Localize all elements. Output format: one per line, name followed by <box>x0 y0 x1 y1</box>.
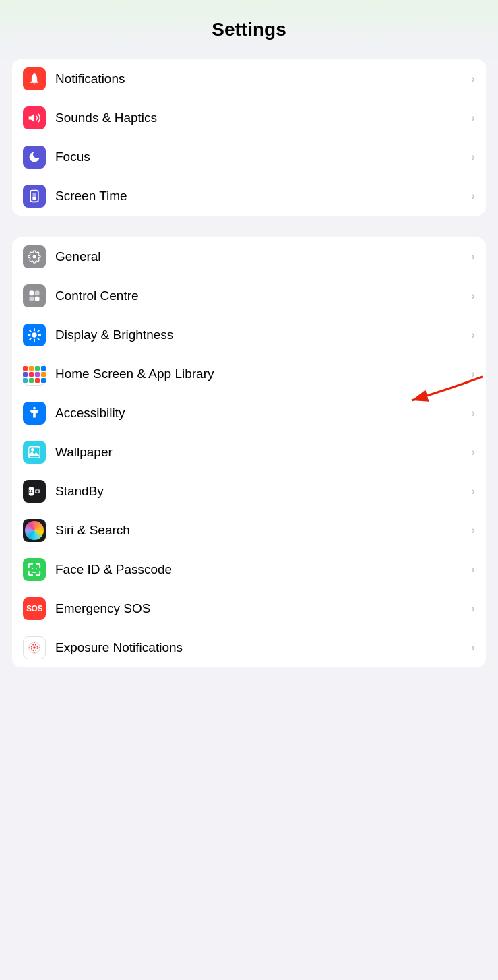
sos-chevron: › <box>471 602 475 615</box>
homescreen-chevron: › <box>471 367 475 381</box>
sidebar-item-accessibility[interactable]: Accessibility › <box>12 394 486 433</box>
exposure-icon <box>23 636 46 659</box>
siri-label: Siri & Search <box>55 523 471 538</box>
page-title: Settings <box>0 0 498 53</box>
sos-icon: SOS <box>23 597 46 620</box>
control-label: Control Centre <box>55 288 471 303</box>
standby-icon: 12 <box>23 480 46 503</box>
notifications-chevron: › <box>471 72 475 86</box>
faceid-icon <box>23 558 46 581</box>
accessibility-icon <box>23 402 46 425</box>
svg-point-27 <box>36 568 37 569</box>
wallpaper-icon <box>23 441 46 464</box>
svg-point-18 <box>33 407 36 410</box>
svg-rect-7 <box>30 297 34 301</box>
svg-rect-8 <box>35 297 40 301</box>
standby-label: StandBy <box>55 484 471 499</box>
svg-point-24 <box>36 490 39 493</box>
sounds-chevron: › <box>471 111 475 125</box>
notifications-icon <box>23 67 46 90</box>
display-chevron: › <box>471 328 475 342</box>
svg-point-4 <box>33 255 36 259</box>
homescreen-label: Home Screen & App Library <box>55 367 471 381</box>
siri-chevron: › <box>471 524 475 537</box>
sidebar-item-exposure[interactable]: Exposure Notifications › <box>12 628 486 667</box>
faceid-chevron: › <box>471 563 475 576</box>
focus-chevron: › <box>471 150 475 164</box>
control-chevron: › <box>471 289 475 303</box>
svg-line-17 <box>30 338 31 340</box>
sidebar-item-wallpaper[interactable]: Wallpaper › <box>12 433 486 472</box>
svg-marker-0 <box>29 114 34 122</box>
svg-point-20 <box>31 448 34 452</box>
sidebar-item-standby[interactable]: 12 StandBy › <box>12 472 486 511</box>
svg-rect-3 <box>33 197 36 200</box>
screentime-icon <box>23 185 46 208</box>
svg-point-26 <box>32 568 33 569</box>
svg-point-32 <box>34 652 35 653</box>
sidebar-item-display[interactable]: Display & Brightness › <box>12 315 486 355</box>
accessibility-label: Accessibility <box>55 406 471 421</box>
siri-icon <box>23 519 46 542</box>
wallpaper-label: Wallpaper <box>55 445 471 460</box>
sounds-label: Sounds & Haptics <box>55 111 471 125</box>
section-2: General › Control Centre › <box>12 237 486 667</box>
section-1: Notifications › Sounds & Haptics › Focus… <box>12 59 486 216</box>
svg-line-15 <box>38 338 39 340</box>
sidebar-item-sounds[interactable]: Sounds & Haptics › <box>12 98 486 137</box>
focus-label: Focus <box>55 150 471 164</box>
display-icon <box>23 324 46 346</box>
general-chevron: › <box>471 250 475 264</box>
svg-point-33 <box>29 647 30 648</box>
sidebar-item-sos[interactable]: SOS Emergency SOS › <box>12 589 486 628</box>
focus-icon <box>23 146 46 169</box>
sounds-icon <box>23 106 46 129</box>
exposure-chevron: › <box>471 641 475 654</box>
sidebar-item-general[interactable]: General › <box>12 237 486 276</box>
svg-point-9 <box>32 332 36 337</box>
svg-point-30 <box>33 646 36 649</box>
svg-text:12: 12 <box>28 489 32 493</box>
svg-line-14 <box>30 330 31 332</box>
svg-point-31 <box>34 642 35 644</box>
svg-line-16 <box>38 330 39 332</box>
sos-text: SOS <box>26 604 42 613</box>
screentime-label: Screen Time <box>55 189 471 204</box>
sidebar-item-homescreen[interactable]: Home Screen & App Library › <box>12 355 486 394</box>
sidebar-item-focus[interactable]: Focus › <box>12 137 486 177</box>
faceid-label: Face ID & Passcode <box>55 562 471 577</box>
sidebar-item-notifications[interactable]: Notifications › <box>12 59 486 98</box>
exposure-label: Exposure Notifications <box>55 640 471 655</box>
sidebar-item-siri[interactable]: Siri & Search › <box>12 511 486 550</box>
wallpaper-chevron: › <box>471 446 475 459</box>
svg-rect-5 <box>30 291 34 296</box>
homescreen-icon <box>23 363 46 386</box>
svg-rect-6 <box>35 291 40 296</box>
svg-rect-21 <box>29 447 40 458</box>
general-label: General <box>55 249 471 264</box>
sidebar-item-screentime[interactable]: Screen Time › <box>12 177 486 216</box>
control-icon <box>23 284 46 307</box>
sidebar-item-control[interactable]: Control Centre › <box>12 276 486 315</box>
sos-label: Emergency SOS <box>55 601 471 616</box>
display-label: Display & Brightness <box>55 328 471 342</box>
accessibility-chevron: › <box>471 406 475 420</box>
screentime-chevron: › <box>471 189 475 203</box>
svg-point-34 <box>38 647 40 648</box>
sidebar-item-faceid[interactable]: Face ID & Passcode › <box>12 550 486 589</box>
general-icon <box>23 245 46 268</box>
notifications-label: Notifications <box>55 71 471 86</box>
standby-chevron: › <box>471 485 475 498</box>
